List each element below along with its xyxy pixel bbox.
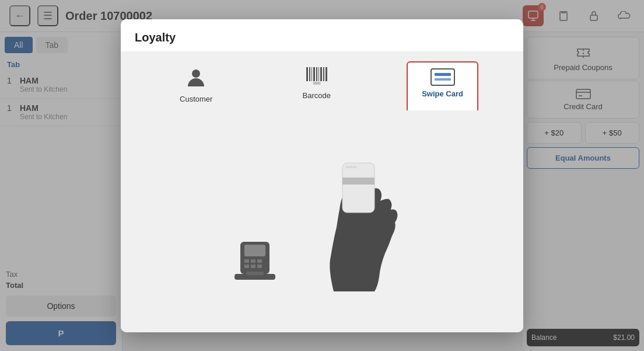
customer-icon [187,67,205,91]
svg-rect-21 [251,259,256,263]
svg-rect-16 [326,67,327,81]
svg-rect-22 [257,259,262,263]
svg-rect-27 [246,272,264,275]
modal-overlay: Loyalty Customer [0,0,644,351]
svg-rect-25 [257,265,262,268]
modal-tabs: Customer ||||||| [121,52,523,110]
svg-rect-30 [345,166,357,168]
svg-rect-20 [244,259,249,263]
svg-rect-13 [318,67,319,81]
svg-rect-12 [316,67,317,81]
tab-barcode[interactable]: ||||||| Barcode [289,61,345,110]
svg-text:|||||||: ||||||| [313,81,320,85]
modal-header: Loyalty [121,19,523,52]
svg-rect-10 [312,67,312,81]
barcode-tab-label: Barcode [303,91,331,100]
svg-rect-8 [306,67,308,81]
card-hand-svg [299,151,415,291]
svg-rect-15 [323,67,324,81]
svg-rect-9 [309,67,310,81]
barcode-icon: ||||||| [306,67,327,88]
swipe-card-tab-label: Swipe Card [422,89,463,98]
svg-rect-19 [244,245,265,256]
tab-swipe-card[interactable]: Swipe Card [407,61,478,110]
svg-rect-11 [313,67,315,81]
terminal-illustration [229,239,281,291]
customer-tab-label: Customer [180,95,212,103]
loyalty-modal: Loyalty Customer [121,19,523,332]
svg-rect-24 [251,265,256,268]
swipe-illustration [229,151,415,291]
modal-body [121,110,523,332]
tab-customer[interactable]: Customer [166,61,226,110]
terminal-svg [229,239,281,291]
swipe-card-icon [430,68,455,86]
svg-point-7 [192,69,200,78]
svg-rect-23 [244,265,249,268]
modal-title: Loyalty [135,31,176,44]
svg-rect-14 [320,67,322,81]
svg-rect-29 [342,178,374,185]
svg-rect-28 [342,163,374,213]
